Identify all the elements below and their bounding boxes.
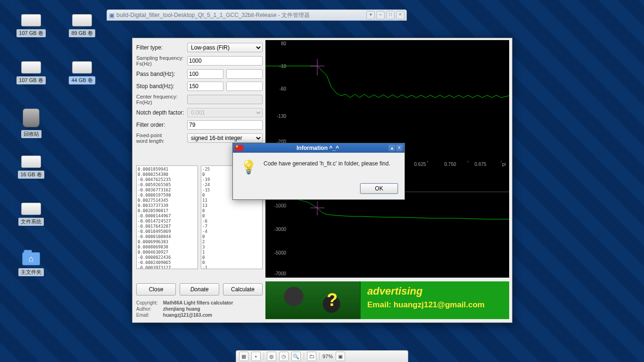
filemanager-title: build-Digital_filter_tool-Desktop_Qt_5_1… — [116, 11, 366, 19]
plot-ytick: -7000 — [267, 271, 286, 276]
taskbar-terminal-icon[interactable]: ▪ — [251, 352, 261, 361]
filemanager-window-titlebar[interactable]: ▣ build-Digital_filter_tool-Desktop_Qt_5… — [107, 9, 407, 21]
desktop-icon-label: 文件系统 — [18, 218, 44, 226]
plot-ytick: -5000 — [267, 250, 286, 255]
advertising-banner: ? advertising Email: huangzj121@gmail.co… — [265, 281, 509, 319]
ok-button[interactable]: OK — [360, 183, 398, 194]
center-freq-label: Center frequency:Fn(Hz) — [136, 94, 187, 105]
close-button[interactable]: Close — [136, 283, 176, 296]
plot-xtick: pi — [495, 162, 513, 167]
desktop-icon-label: 107 GB 卷 — [17, 76, 45, 84]
desktop-drive-icon[interactable]: 89 GB 卷 — [63, 14, 101, 37]
plot-ytick: -3000 — [267, 227, 286, 232]
pcb-image — [265, 281, 361, 319]
taskbar-camera-icon[interactable]: ▣ — [336, 352, 345, 361]
word-length-label: Fixed-pointword length: — [136, 132, 187, 144]
desktop-icon-label: 107 GB 卷 — [17, 29, 45, 37]
window-maximize-button[interactable]: □ — [386, 11, 395, 19]
taskbar: ▦ ▪ ◍ ◷ 🔍 🗀 97% ▣ — [236, 350, 408, 362]
word-length-select[interactable]: signed 16-bit integer — [187, 133, 263, 143]
stop-band-input-2[interactable] — [226, 82, 263, 91]
sampling-freq-label: Sampling frequency:Fs(Hz) — [136, 55, 187, 66]
donate-button[interactable]: Donate — [180, 283, 219, 296]
desktop-icon-label: 89 GB 卷 — [69, 29, 95, 37]
plot-ytick: -1000 — [267, 203, 286, 208]
filter-type-select[interactable]: Low-pass (FIR) — [187, 43, 263, 52]
stop-band-label: Stop band(Hz): — [136, 83, 187, 90]
filter-order-input[interactable] — [187, 120, 263, 130]
taskbar-zoom-level: 97% — [322, 354, 333, 359]
plot-xtick: 0.750 — [441, 162, 460, 167]
notch-depth-label: Notch depth factor: — [136, 109, 187, 116]
pass-band-input-1[interactable] — [187, 69, 223, 79]
question-mark-icon: ? — [327, 290, 338, 310]
taskbar-desktop-icon[interactable]: ▦ — [239, 352, 248, 361]
plot-ytick: -60 — [267, 86, 286, 91]
filter-order-label: Filter order: — [136, 122, 187, 128]
notch-depth-select: 0.001 — [187, 108, 263, 117]
taskbar-globe-icon[interactable]: ◍ — [267, 352, 276, 361]
plot-ytick: -10 — [267, 64, 286, 69]
desktop-icon-label: 主文件夹 — [18, 268, 44, 276]
folder-icon: ▣ — [107, 12, 116, 19]
flag-icon — [235, 145, 243, 151]
center-freq-input — [187, 95, 263, 104]
window-roll-button[interactable]: ▾ — [366, 11, 375, 19]
filter-type-label: Filter type: — [136, 44, 187, 51]
desktop-drive-icon[interactable]: 16 GB 卷 — [12, 156, 50, 179]
desktop-home-folder-icon[interactable]: ⌂主文件夹 — [12, 252, 50, 276]
plot-xtick: 0.875 — [471, 162, 490, 167]
dialog-title: Information ^_^ — [247, 145, 388, 151]
information-dialog: Information ^_^ ▴ × 💡 Code have generate… — [232, 143, 405, 200]
taskbar-files-icon[interactable]: 🗀 — [307, 352, 316, 361]
dialog-minimize-button[interactable]: ▴ — [388, 145, 395, 151]
dialog-close-button[interactable]: × — [396, 145, 403, 151]
desktop-drive-icon[interactable]: 文件系统 — [12, 203, 50, 226]
sampling-freq-input[interactable] — [187, 56, 263, 66]
plot-ytick: 80 — [267, 41, 286, 46]
desktop-icon-label: 44 GB 卷 — [69, 76, 95, 84]
dialog-titlebar[interactable]: Information ^_^ ▴ × — [233, 143, 405, 153]
credits-footer: Copyright: Math86A Light filters calcula… — [136, 300, 233, 318]
calculate-button[interactable]: Calculate — [223, 283, 263, 296]
dialog-message: Code have generated 'h_fir.c' in folder,… — [264, 159, 390, 167]
pass-band-input-2[interactable] — [226, 69, 263, 79]
lightbulb-icon: 💡 — [240, 159, 257, 175]
ad-email: Email: huangzj121@gmail.com — [367, 300, 503, 310]
stop-band-input-1[interactable] — [187, 82, 223, 91]
taskbar-clock-icon[interactable]: ◷ — [279, 352, 289, 361]
desktop-drive-icon[interactable]: 107 GB 卷 — [12, 14, 50, 37]
float-coefficients-list[interactable]: 0.0001859941 0.0000254380 -0.0047625235 … — [136, 165, 198, 269]
window-minimize-button[interactable]: – — [376, 11, 385, 19]
desktop-drive-icon[interactable]: 107 GB 卷 — [12, 61, 50, 84]
taskbar-search-icon[interactable]: 🔍 — [291, 352, 301, 361]
plot-ytick: -130 — [267, 114, 286, 119]
desktop-icon-label: 16 GB 卷 — [18, 171, 44, 179]
plot-xtick: 0.625 — [411, 162, 429, 167]
desktop-icon-label: 回收站 — [21, 130, 41, 138]
controls-panel: Filter type: Low-pass (FIR) Sampling fre… — [136, 43, 263, 147]
ad-title: advertising — [367, 285, 503, 297]
window-close-button[interactable]: × — [396, 11, 405, 19]
pass-band-label: Pass band(Hz): — [136, 71, 187, 77]
desktop-drive-icon-selected[interactable]: 44 GB 卷 — [63, 61, 101, 84]
desktop-trash-icon[interactable]: 回收站 — [12, 108, 50, 138]
